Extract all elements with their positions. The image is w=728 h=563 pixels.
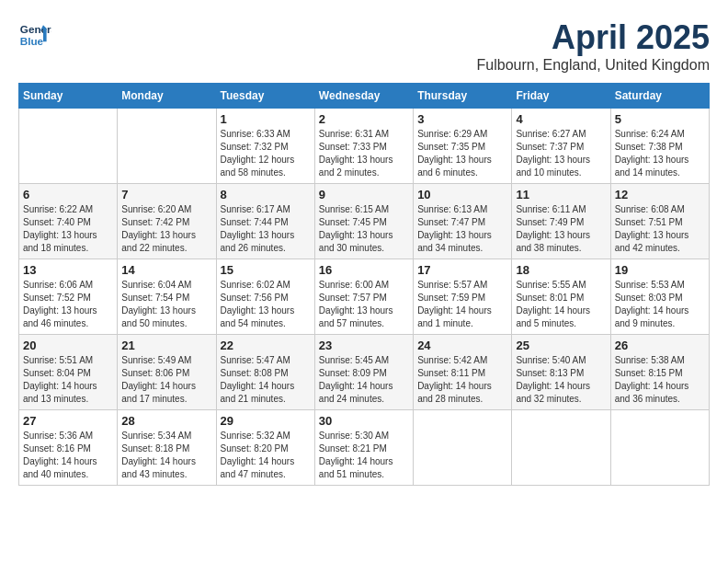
- calendar-day-20: 20Sunrise: 5:51 AMSunset: 8:04 PMDayligh…: [19, 335, 118, 410]
- day-info: Sunrise: 5:38 AMSunset: 8:15 PMDaylight:…: [615, 354, 705, 406]
- calendar-day-27: 27Sunrise: 5:36 AMSunset: 8:16 PMDayligh…: [19, 410, 118, 486]
- calendar-day-21: 21Sunrise: 5:49 AMSunset: 8:06 PMDayligh…: [118, 335, 216, 410]
- calendar-day-13: 13Sunrise: 6:06 AMSunset: 7:52 PMDayligh…: [19, 259, 118, 335]
- sunset-text: Sunset: 7:59 PM: [417, 292, 507, 304]
- day-number: 30: [319, 414, 409, 428]
- sunset-text: Sunset: 7:35 PM: [417, 141, 507, 154]
- calendar-empty-cell: [414, 410, 512, 486]
- day-info: Sunrise: 5:55 AMSunset: 8:01 PMDaylight:…: [516, 279, 606, 330]
- calendar-day-2: 2Sunrise: 6:31 AMSunset: 7:33 PMDaylight…: [314, 109, 413, 184]
- sunset-text: Sunset: 7:47 PM: [417, 216, 507, 229]
- sunset-text: Sunset: 7:32 PM: [221, 141, 311, 154]
- sunset-text: Sunset: 7:52 PM: [23, 292, 113, 304]
- daylight-text: Daylight: 13 hours and 46 minutes.: [23, 304, 113, 330]
- sunset-text: Sunset: 8:01 PM: [516, 292, 606, 304]
- sunrise-text: Sunrise: 5:34 AM: [121, 430, 211, 442]
- day-info: Sunrise: 5:49 AMSunset: 8:06 PMDaylight:…: [121, 354, 211, 406]
- calendar-week-row: 13Sunrise: 6:06 AMSunset: 7:52 PMDayligh…: [19, 259, 710, 335]
- daylight-text: Daylight: 14 hours and 21 minutes.: [221, 380, 311, 406]
- sunrise-text: Sunrise: 6:06 AM: [23, 279, 113, 292]
- calendar-day-11: 11Sunrise: 6:11 AMSunset: 7:49 PMDayligh…: [512, 184, 610, 259]
- sunset-text: Sunset: 8:13 PM: [516, 367, 606, 380]
- calendar-week-row: 27Sunrise: 5:36 AMSunset: 8:16 PMDayligh…: [19, 410, 710, 486]
- sunrise-text: Sunrise: 6:33 AM: [221, 128, 311, 141]
- sunrise-text: Sunrise: 6:27 AM: [516, 128, 606, 141]
- day-number: 4: [516, 112, 606, 126]
- day-number: 12: [615, 188, 705, 201]
- sunset-text: Sunset: 8:15 PM: [615, 367, 705, 380]
- location-title: Fulbourn, England, United Kingdom: [477, 57, 711, 74]
- daylight-text: Daylight: 14 hours and 51 minutes.: [319, 455, 409, 481]
- day-number: 9: [319, 188, 409, 201]
- calendar-empty-cell: [610, 410, 709, 486]
- calendar-day-28: 28Sunrise: 5:34 AMSunset: 8:18 PMDayligh…: [118, 410, 216, 486]
- day-info: Sunrise: 6:08 AMSunset: 7:51 PMDaylight:…: [615, 203, 705, 255]
- daylight-text: Daylight: 13 hours and 42 minutes.: [615, 229, 705, 255]
- day-number: 3: [417, 112, 507, 126]
- sunset-text: Sunset: 7:44 PM: [221, 216, 311, 229]
- sunset-text: Sunset: 7:49 PM: [516, 216, 606, 229]
- calendar-day-5: 5Sunrise: 6:24 AMSunset: 7:38 PMDaylight…: [610, 109, 709, 184]
- sunrise-text: Sunrise: 5:32 AM: [221, 430, 311, 442]
- calendar-day-8: 8Sunrise: 6:17 AMSunset: 7:44 PMDaylight…: [216, 184, 314, 259]
- daylight-text: Daylight: 13 hours and 6 minutes.: [417, 154, 507, 179]
- calendar-header-tuesday: Tuesday: [216, 84, 314, 109]
- sunset-text: Sunset: 7:57 PM: [319, 292, 409, 304]
- sunset-text: Sunset: 7:40 PM: [23, 216, 113, 229]
- sunset-text: Sunset: 8:11 PM: [417, 367, 507, 380]
- daylight-text: Daylight: 13 hours and 38 minutes.: [516, 229, 606, 255]
- title-area: April 2025 Fulbourn, England, United Kin…: [477, 18, 711, 74]
- day-info: Sunrise: 6:29 AMSunset: 7:35 PMDaylight:…: [417, 128, 507, 179]
- sunset-text: Sunset: 8:18 PM: [121, 442, 211, 455]
- calendar-day-6: 6Sunrise: 6:22 AMSunset: 7:40 PMDaylight…: [19, 184, 118, 259]
- day-info: Sunrise: 6:00 AMSunset: 7:57 PMDaylight:…: [319, 279, 409, 330]
- sunrise-text: Sunrise: 6:17 AM: [221, 203, 311, 216]
- day-info: Sunrise: 6:04 AMSunset: 7:54 PMDaylight:…: [121, 279, 211, 330]
- daylight-text: Daylight: 14 hours and 9 minutes.: [615, 304, 705, 330]
- sunset-text: Sunset: 7:45 PM: [319, 216, 409, 229]
- day-number: 29: [221, 414, 311, 428]
- calendar-day-18: 18Sunrise: 5:55 AMSunset: 8:01 PMDayligh…: [512, 259, 610, 335]
- day-info: Sunrise: 5:30 AMSunset: 8:21 PMDaylight:…: [319, 430, 409, 481]
- sunset-text: Sunset: 8:21 PM: [319, 442, 409, 455]
- day-info: Sunrise: 6:06 AMSunset: 7:52 PMDaylight:…: [23, 279, 113, 330]
- sunrise-text: Sunrise: 6:02 AM: [221, 279, 311, 292]
- day-info: Sunrise: 6:15 AMSunset: 7:45 PMDaylight:…: [319, 203, 409, 255]
- day-number: 2: [319, 112, 409, 126]
- sunrise-text: Sunrise: 5:57 AM: [417, 279, 507, 292]
- calendar-empty-cell: [512, 410, 610, 486]
- sunrise-text: Sunrise: 6:04 AM: [121, 279, 211, 292]
- calendar-day-29: 29Sunrise: 5:32 AMSunset: 8:20 PMDayligh…: [216, 410, 314, 486]
- day-info: Sunrise: 6:31 AMSunset: 7:33 PMDaylight:…: [319, 128, 409, 179]
- day-number: 11: [516, 188, 606, 201]
- calendar-day-19: 19Sunrise: 5:53 AMSunset: 8:03 PMDayligh…: [610, 259, 709, 335]
- month-title: April 2025: [477, 18, 711, 57]
- day-number: 15: [221, 263, 311, 277]
- daylight-text: Daylight: 14 hours and 32 minutes.: [516, 380, 606, 406]
- sunset-text: Sunset: 8:06 PM: [121, 367, 211, 380]
- sunrise-text: Sunrise: 6:13 AM: [417, 203, 507, 216]
- calendar-header-wednesday: Wednesday: [314, 84, 413, 109]
- sunrise-text: Sunrise: 5:36 AM: [23, 430, 113, 442]
- sunrise-text: Sunrise: 6:24 AM: [615, 128, 705, 141]
- day-info: Sunrise: 5:57 AMSunset: 7:59 PMDaylight:…: [417, 279, 507, 330]
- calendar-day-7: 7Sunrise: 6:20 AMSunset: 7:42 PMDaylight…: [118, 184, 216, 259]
- day-number: 27: [23, 414, 113, 428]
- sunset-text: Sunset: 8:16 PM: [23, 442, 113, 455]
- day-info: Sunrise: 6:22 AMSunset: 7:40 PMDaylight:…: [23, 203, 113, 255]
- calendar-day-14: 14Sunrise: 6:04 AMSunset: 7:54 PMDayligh…: [118, 259, 216, 335]
- daylight-text: Daylight: 14 hours and 43 minutes.: [121, 455, 211, 481]
- calendar-empty-cell: [19, 109, 118, 184]
- calendar-day-30: 30Sunrise: 5:30 AMSunset: 8:21 PMDayligh…: [314, 410, 413, 486]
- daylight-text: Daylight: 12 hours and 58 minutes.: [221, 154, 311, 179]
- calendar-day-24: 24Sunrise: 5:42 AMSunset: 8:11 PMDayligh…: [414, 335, 512, 410]
- calendar-day-12: 12Sunrise: 6:08 AMSunset: 7:51 PMDayligh…: [610, 184, 709, 259]
- daylight-text: Daylight: 13 hours and 50 minutes.: [121, 304, 211, 330]
- day-number: 22: [221, 339, 311, 352]
- day-number: 14: [121, 263, 211, 277]
- calendar-week-row: 20Sunrise: 5:51 AMSunset: 8:04 PMDayligh…: [19, 335, 710, 410]
- sunrise-text: Sunrise: 5:38 AM: [615, 354, 705, 367]
- day-number: 5: [615, 112, 705, 126]
- day-info: Sunrise: 6:13 AMSunset: 7:47 PMDaylight:…: [417, 203, 507, 255]
- calendar-day-26: 26Sunrise: 5:38 AMSunset: 8:15 PMDayligh…: [610, 335, 709, 410]
